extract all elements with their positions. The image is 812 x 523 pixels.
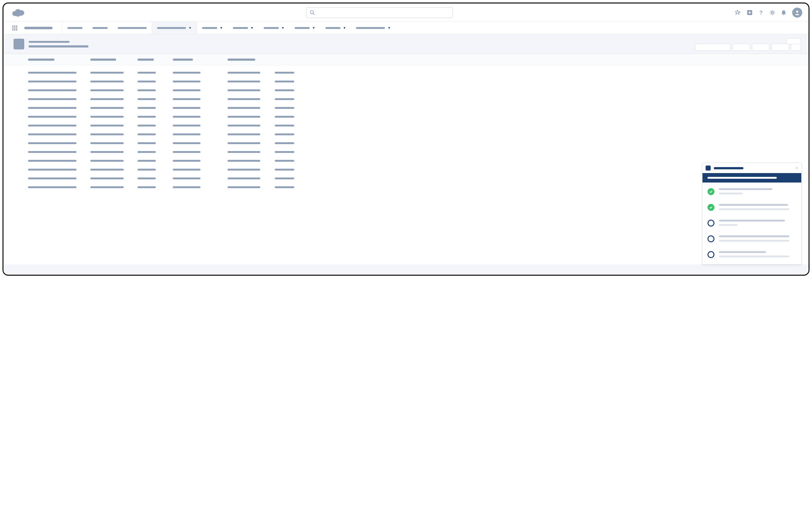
cell-value bbox=[138, 125, 156, 126]
svg-point-30 bbox=[16, 29, 17, 31]
list-view-controls bbox=[695, 44, 801, 51]
chevron-down-icon[interactable]: ▼ bbox=[343, 26, 346, 30]
cell-value bbox=[138, 98, 156, 100]
close-icon[interactable]: × bbox=[795, 165, 798, 170]
profile-avatar-icon[interactable] bbox=[792, 7, 802, 18]
nav-tab-6[interactable]: ▼ bbox=[228, 22, 259, 34]
step-subtitle bbox=[719, 240, 789, 242]
panel-header[interactable]: × bbox=[702, 163, 801, 173]
table-row[interactable] bbox=[28, 125, 809, 126]
column-header-5[interactable] bbox=[228, 58, 255, 61]
panel-banner-text bbox=[707, 177, 777, 179]
svg-line-18 bbox=[771, 14, 771, 14]
cell-value bbox=[90, 178, 124, 179]
cell-value bbox=[228, 169, 260, 170]
nav-tab-4[interactable]: ▼ bbox=[152, 22, 197, 34]
action-button-3[interactable] bbox=[752, 44, 770, 51]
chevron-down-icon[interactable]: ▼ bbox=[220, 26, 223, 30]
cell-value bbox=[228, 133, 260, 135]
table-row[interactable] bbox=[28, 116, 809, 118]
app-name-label bbox=[24, 27, 53, 29]
cell-value bbox=[28, 125, 76, 126]
setup-gear-icon[interactable] bbox=[770, 10, 775, 15]
column-header-2[interactable] bbox=[90, 58, 116, 61]
action-button-1[interactable] bbox=[695, 44, 730, 51]
cell-value bbox=[90, 186, 124, 188]
cell-value bbox=[138, 107, 156, 109]
app-launcher-icon[interactable] bbox=[12, 22, 20, 34]
table-row[interactable] bbox=[28, 178, 809, 179]
cell-value bbox=[138, 142, 156, 144]
cell-value bbox=[228, 116, 260, 118]
guidance-step[interactable] bbox=[707, 220, 796, 227]
chevron-down-icon[interactable]: ▼ bbox=[251, 26, 254, 30]
action-button-5[interactable] bbox=[791, 44, 801, 51]
svg-point-24 bbox=[16, 25, 17, 27]
nav-tab-9[interactable]: ▼ bbox=[320, 22, 351, 34]
cell-value bbox=[275, 89, 294, 91]
table-row[interactable] bbox=[28, 72, 809, 74]
app-name bbox=[20, 22, 62, 34]
global-search-input[interactable] bbox=[306, 7, 453, 18]
cell-value bbox=[90, 142, 124, 144]
guidance-step[interactable] bbox=[707, 204, 796, 211]
nav-tab-5[interactable]: ▼ bbox=[197, 22, 228, 34]
column-header-3[interactable] bbox=[138, 58, 154, 61]
table-row[interactable] bbox=[28, 133, 809, 135]
svg-point-20 bbox=[783, 14, 784, 15]
table-row[interactable] bbox=[28, 151, 809, 153]
cell-value bbox=[138, 89, 156, 91]
column-header-4[interactable] bbox=[173, 58, 193, 61]
table-row[interactable] bbox=[28, 89, 809, 91]
cell-value bbox=[90, 133, 124, 135]
guidance-step[interactable] bbox=[707, 235, 796, 242]
action-button-2[interactable] bbox=[733, 44, 750, 51]
table-row[interactable] bbox=[28, 160, 809, 162]
action-button-4[interactable] bbox=[771, 44, 789, 51]
guidance-step[interactable] bbox=[707, 251, 796, 258]
nav-tab-8[interactable]: ▼ bbox=[290, 22, 320, 34]
chevron-down-icon[interactable]: ▼ bbox=[387, 26, 391, 30]
cell-value bbox=[228, 160, 260, 162]
empty-circle-icon bbox=[707, 235, 715, 242]
cell-value bbox=[28, 116, 76, 118]
cell-value bbox=[90, 125, 124, 126]
header-action-button[interactable] bbox=[787, 38, 801, 44]
notifications-bell-icon[interactable] bbox=[781, 10, 787, 15]
table-row[interactable] bbox=[28, 107, 809, 109]
nav-tab-7[interactable]: ▼ bbox=[259, 22, 290, 34]
chevron-down-icon[interactable]: ▼ bbox=[312, 26, 315, 30]
cell-value bbox=[228, 125, 260, 126]
nav-tab-2[interactable] bbox=[88, 22, 113, 34]
svg-point-27 bbox=[16, 28, 17, 29]
table-row[interactable] bbox=[28, 98, 809, 100]
salesforce-logo-icon[interactable] bbox=[12, 8, 24, 17]
step-title bbox=[719, 188, 772, 190]
table-row[interactable] bbox=[28, 142, 809, 144]
cell-value bbox=[173, 72, 200, 74]
favorites-icon[interactable] bbox=[735, 10, 741, 15]
cell-value bbox=[275, 125, 294, 126]
guidance-step[interactable] bbox=[707, 188, 796, 195]
app-window: ? ▼ ▼ ▼ ▼ ▼ ▼ bbox=[2, 2, 810, 276]
nav-tab-1[interactable] bbox=[62, 22, 88, 34]
cell-value bbox=[138, 133, 156, 135]
add-icon[interactable] bbox=[747, 10, 753, 15]
help-icon[interactable]: ? bbox=[758, 10, 764, 15]
svg-point-29 bbox=[14, 29, 15, 31]
app-nav-bar: ▼ ▼ ▼ ▼ ▼ ▼ ▼ bbox=[3, 22, 809, 34]
cell-value bbox=[228, 186, 260, 188]
cell-value bbox=[228, 80, 260, 83]
table-row[interactable] bbox=[28, 169, 809, 170]
chevron-down-icon[interactable]: ▼ bbox=[282, 26, 285, 30]
step-title bbox=[719, 204, 788, 206]
nav-tab-3[interactable] bbox=[113, 22, 152, 34]
cell-value bbox=[275, 107, 294, 109]
svg-line-5 bbox=[313, 14, 314, 15]
table-row[interactable] bbox=[28, 186, 809, 188]
table-row[interactable] bbox=[28, 80, 809, 83]
nav-tab-10[interactable]: ▼ bbox=[351, 22, 396, 34]
cell-value bbox=[173, 107, 200, 109]
column-header-1[interactable] bbox=[28, 58, 54, 61]
chevron-down-icon[interactable]: ▼ bbox=[188, 26, 192, 30]
